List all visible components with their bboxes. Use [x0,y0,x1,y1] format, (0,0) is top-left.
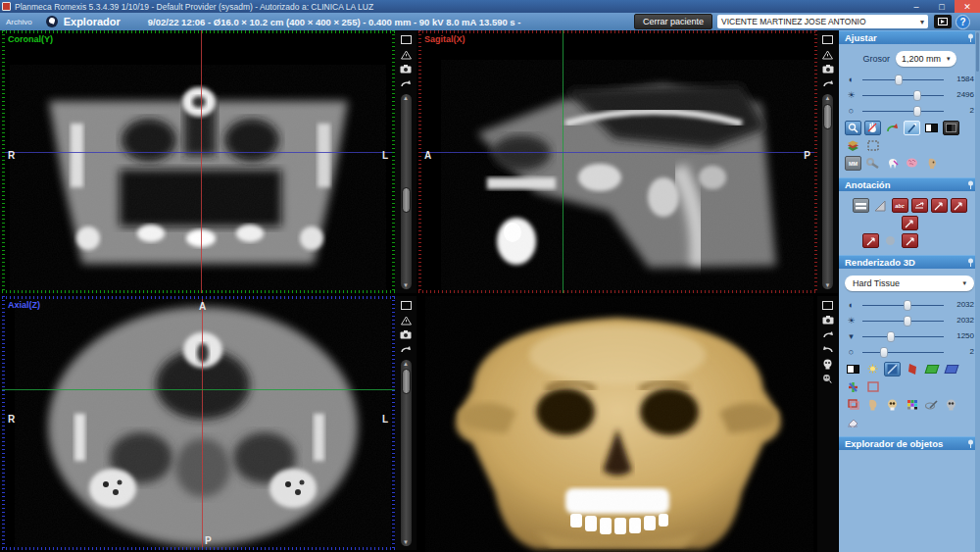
red-plane-tool-icon[interactable] [904,362,920,376]
text-annotation-tool-icon[interactable]: abc [892,198,908,213]
camera-icon[interactable] [821,314,835,326]
camera-icon[interactable] [821,63,835,75]
palette-tool-icon[interactable] [904,397,920,412]
ortho-planes-tool-icon[interactable] [845,379,861,394]
slider-thumb[interactable] [880,347,888,358]
slice-warning-icon[interactable] [399,48,413,61]
scroll-up-icon[interactable]: ▲ [401,361,412,367]
ruler-mm-tool-icon[interactable]: MM [845,156,861,171]
slice-cube-tool-icon[interactable] [884,362,901,376]
axial-scrollbar[interactable]: ▲ ▼ [401,360,412,546]
slice-pen-tool-icon[interactable] [904,121,920,135]
circle-annotation-tool-icon[interactable] [882,233,899,248]
close-button[interactable]: ✕ [955,0,980,13]
slider-thumb[interactable] [913,106,921,117]
red-frame-tool-icon[interactable] [845,397,861,412]
panel-ajustar-header[interactable]: Ajustar [839,30,980,44]
arrow-annotation-tool-icon[interactable] [931,198,948,213]
sculpt-knife-tool-icon[interactable] [923,397,940,412]
rotate-view-icon[interactable] [821,328,835,341]
clip-box-tool-icon[interactable] [864,138,881,153]
expand-view-icon[interactable] [821,299,835,312]
frame-tool-icon[interactable] [864,379,881,394]
contrast-3d-tool-icon[interactable] [845,362,861,376]
axial-sagittal-crosshair[interactable] [202,296,203,550]
orbit-view-icon[interactable] [821,343,835,356]
help-button[interactable]: ? [956,15,970,29]
camera-icon[interactable] [399,63,413,75]
slider-thumb[interactable] [913,90,921,101]
menu-archivo[interactable]: Archivo [6,18,32,26]
coronal-scroll-thumb[interactable] [402,187,411,213]
export-button[interactable] [934,15,952,28]
rotate-view-icon[interactable] [399,343,413,356]
pin-icon[interactable] [967,258,974,267]
green-plane-tool-icon[interactable] [923,362,940,376]
contrast-slider[interactable] [862,75,944,84]
eraser-tool-icon[interactable] [845,415,861,429]
invert-tool-icon[interactable] [943,121,959,135]
expand-view-icon[interactable] [399,33,413,46]
box-annotation-tool-icon[interactable] [862,233,879,248]
scroll-down-icon[interactable]: ▼ [822,282,833,288]
head-render-tool-icon[interactable] [923,156,940,171]
sidebar-scrollbar[interactable] [975,30,980,552]
sagittal-scrollbar[interactable]: ▲ ▼ [822,94,833,289]
zoom-tool-icon[interactable] [845,121,861,135]
axial-coronal-crosshair[interactable] [2,389,395,390]
patient-select[interactable]: VICENTE MARTINEZ JOSE ANTONIO ▾ [717,15,928,28]
minimize-button[interactable]: – [904,0,929,13]
axial-view[interactable]: Axial(Z) A R L P [2,296,395,550]
wrench-tool-icon[interactable] [864,156,881,171]
coronal-scrollbar[interactable]: ▲ ▼ [401,94,412,289]
tooth-wand-tool-icon[interactable] [884,156,901,171]
render-brightness-slider[interactable] [862,316,944,326]
scroll-up-icon[interactable]: ▲ [401,95,412,101]
brightness-slider[interactable] [862,90,944,100]
gray-skull-tool-icon[interactable] [943,397,959,412]
skull-icon[interactable] [821,358,835,371]
render-smooth-slider[interactable] [862,347,944,357]
slider-thumb[interactable] [904,300,911,311]
pan-tool-icon[interactable] [864,121,881,135]
render-contrast-slider[interactable] [862,300,944,310]
sharpen-slider[interactable] [862,106,944,116]
sagittal-axial-crosshair[interactable] [418,152,817,153]
blue-plane-tool-icon[interactable] [943,362,959,376]
cerrar-paciente-button[interactable]: Cerrar paciente [634,14,712,29]
scroll-up-icon[interactable]: ▲ [822,95,833,101]
skull-colors-tool-icon[interactable] [884,397,901,412]
slider-thumb[interactable] [904,316,911,326]
slice-warning-icon[interactable] [821,48,835,61]
brain-tool-icon[interactable] [904,156,920,171]
panel-anotacion-header[interactable]: Anotación [839,177,980,191]
scroll-down-icon[interactable]: ▼ [401,282,412,288]
render-3d-view[interactable] [418,296,817,552]
rotate-view-icon[interactable] [821,77,835,90]
arrow-line-annotation-tool-icon[interactable] [911,198,928,213]
measure-line-tool-icon[interactable] [853,198,869,213]
panel-explorador-objetos-header[interactable]: Explorador de objetos [839,436,980,450]
panel-renderizado-header[interactable]: Renderizado 3D [839,255,980,269]
pin-icon[interactable] [967,439,974,448]
camera-icon[interactable] [399,328,413,341]
contrast-window-tool-icon[interactable] [923,121,940,135]
render-preset-select[interactable]: Hard Tissue ▾ [845,276,974,291]
render-threshold-slider[interactable] [862,331,944,341]
pin-icon[interactable] [967,180,974,189]
layers-tool-icon[interactable] [845,138,861,153]
slider-thumb[interactable] [895,75,903,85]
grosor-select[interactable]: 1,200 mm ▾ [896,51,956,67]
axial-scroll-thumb[interactable] [402,369,411,394]
coronal-sagittal-crosshair[interactable] [201,30,202,293]
freehand-annotation-tool-icon[interactable] [902,216,918,230]
light-tool-icon[interactable] [864,362,881,376]
coronal-axial-crosshair[interactable] [2,152,395,153]
region-annotation-tool-icon[interactable] [902,233,918,248]
sagittal-scroll-thumb[interactable] [823,104,832,129]
rotate-tool-icon[interactable] [884,121,901,135]
skull-pointer-icon[interactable] [821,373,835,385]
slice-warning-icon[interactable] [399,314,413,326]
rotate-view-icon[interactable] [399,77,413,90]
soft-tissue-head-tool-icon[interactable] [864,397,881,412]
